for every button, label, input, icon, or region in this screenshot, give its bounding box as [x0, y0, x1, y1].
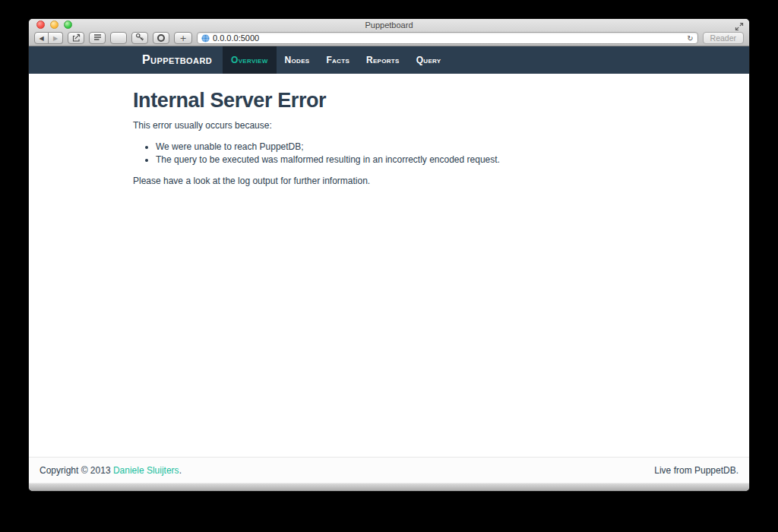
main-content: Internal Server Error This error usually… [29, 74, 749, 457]
error-reason-item: We were unable to reach PuppetDB; [156, 141, 645, 152]
error-outro: Please have a look at the log output for… [133, 176, 645, 186]
browser-chrome: Puppetboard ◀ ▶ [29, 19, 749, 46]
nav-link-reports[interactable]: Reports [358, 46, 408, 74]
reading-list-button[interactable] [89, 32, 106, 44]
back-icon: ◀ [39, 35, 43, 42]
content-container: Internal Server Error This error usually… [133, 74, 645, 186]
browser-toolbar: ◀ ▶ [29, 30, 749, 46]
nav-link-overview[interactable]: Overview [223, 46, 276, 74]
status-bar [29, 483, 749, 491]
navbar-container: Puppetboard OverviewNodesFactsReportsQue… [133, 46, 645, 74]
copyright-text: Copyright © 2013 Daniele Sluijters. [40, 465, 182, 476]
back-button[interactable]: ◀ [34, 32, 49, 44]
list-icon [93, 33, 103, 43]
nav-item-nodes: Nodes [277, 46, 318, 74]
password-key-button[interactable] [131, 32, 148, 44]
navbar: Puppetboard OverviewNodesFactsReportsQue… [29, 46, 749, 74]
key-icon [135, 33, 144, 43]
fullscreen-icon[interactable] [735, 21, 744, 30]
nav-link-facts[interactable]: Facts [318, 46, 358, 74]
window-title: Puppetboard [29, 19, 749, 31]
circle-icon [157, 34, 165, 42]
plus-icon: + [179, 33, 186, 43]
forward-icon: ▶ [53, 35, 58, 42]
blank-toolbar-button[interactable] [110, 32, 127, 44]
nav-item-overview: Overview [223, 46, 276, 74]
copyright-suffix: . [179, 465, 182, 476]
copyright-prefix: Copyright © 2013 [40, 465, 113, 476]
reload-icon[interactable]: ↻ [687, 34, 693, 43]
forward-button[interactable]: ▶ [49, 32, 63, 44]
nav-item-query: Query [408, 46, 450, 74]
reader-button[interactable]: Reader [703, 32, 744, 44]
new-tab-button[interactable]: + [174, 32, 192, 44]
nav-item-facts: Facts [318, 46, 358, 74]
navbar-items: OverviewNodesFactsReportsQuery [223, 46, 449, 74]
author-link[interactable]: Daniele Sluijters [113, 465, 179, 476]
history-nav: ◀ ▶ [34, 32, 63, 44]
browser-window: Puppetboard ◀ ▶ [29, 19, 749, 491]
extension-circle-button[interactable] [153, 32, 169, 44]
url-field[interactable]: 0.0.0.0:5000 ↻ [197, 32, 698, 44]
nav-link-nodes[interactable]: Nodes [277, 46, 318, 74]
error-reasons-list: We were unable to reach PuppetDB;The que… [133, 141, 645, 165]
nav-link-query[interactable]: Query [408, 46, 450, 74]
zoom-window-button[interactable] [64, 21, 72, 29]
error-intro: This error usually occurs because: [133, 120, 645, 131]
titlebar[interactable]: Puppetboard [29, 19, 749, 30]
page-title: Internal Server Error [133, 89, 645, 112]
minimize-window-button[interactable] [50, 21, 59, 29]
error-reason-item: The query to be executed was malformed r… [156, 154, 645, 165]
share-icon [71, 33, 81, 44]
globe-icon [201, 34, 210, 43]
live-from-puppetdb-text: Live from PuppetDB. [654, 465, 738, 476]
traffic-lights [36, 21, 72, 29]
brand-link[interactable]: Puppetboard [133, 46, 223, 74]
footer: Copyright © 2013 Daniele Sluijters. Live… [29, 457, 749, 483]
url-text[interactable]: 0.0.0.0:5000 [213, 33, 684, 43]
nav-item-reports: Reports [358, 46, 408, 74]
close-window-button[interactable] [36, 21, 45, 29]
share-button[interactable] [68, 32, 84, 44]
